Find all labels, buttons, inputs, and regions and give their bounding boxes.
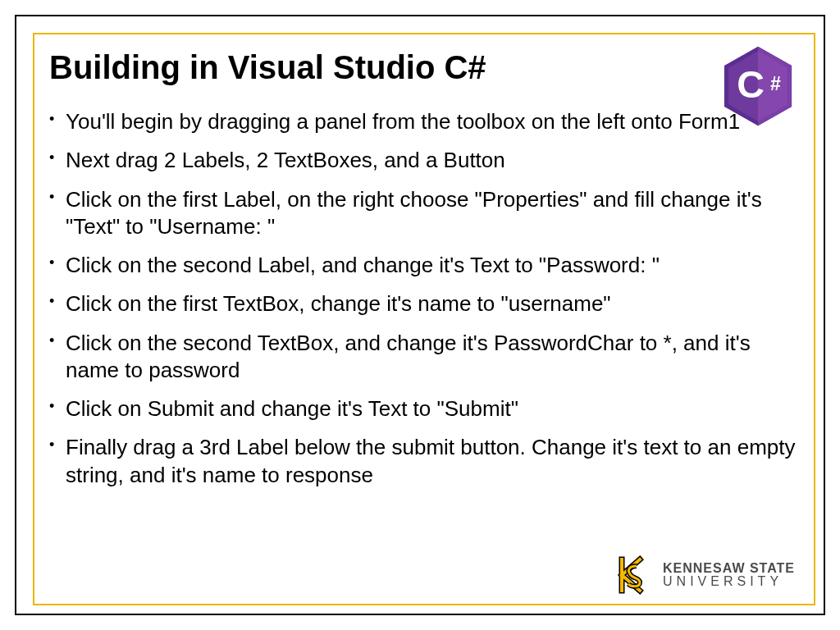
list-item: Click on the first TextBox, change it's … <box>49 290 799 317</box>
slide-content: Building in Visual Studio C# You'll begi… <box>49 49 799 589</box>
ksu-logo: KENNESAW STATE UNIVERSITY <box>614 553 795 597</box>
ksu-name-line2: UNIVERSITY <box>663 575 795 588</box>
list-item: Finally drag a 3rd Label below the submi… <box>49 434 799 489</box>
ksu-text: KENNESAW STATE UNIVERSITY <box>663 562 795 588</box>
ksu-mark-icon <box>614 553 655 597</box>
bullet-list: You'll begin by dragging a panel from th… <box>49 108 799 489</box>
slide-title: Building in Visual Studio C# <box>49 49 799 85</box>
ksu-name-line1: KENNESAW STATE <box>663 562 795 575</box>
list-item: Click on the second Label, and change it… <box>49 252 799 279</box>
list-item: You'll begin by dragging a panel from th… <box>49 108 799 135</box>
list-item: Click on Submit and change it's Text to … <box>49 395 799 422</box>
list-item: Click on the first Label, on the right c… <box>49 186 799 241</box>
list-item: Next drag 2 Labels, 2 TextBoxes, and a B… <box>49 147 799 174</box>
list-item: Click on the second TextBox, and change … <box>49 330 799 385</box>
